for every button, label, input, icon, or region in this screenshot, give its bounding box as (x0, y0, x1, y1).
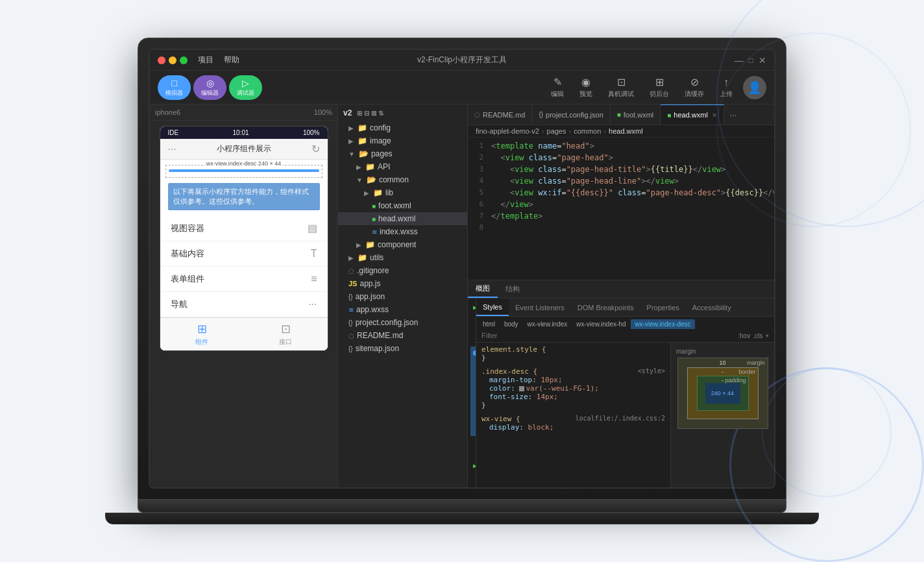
clear-cache-icon: ⊘ (690, 76, 699, 88)
tree-item-project-config[interactable]: {} project.config.json (338, 316, 467, 329)
action-clear-cache[interactable]: ⊘ 清缓存 (679, 73, 709, 101)
file-name-app-wxss: app.wxss (356, 305, 389, 314)
element-tab-wx-index-desc[interactable]: wx-view.index-desc (631, 319, 694, 329)
file-name-common: common (379, 175, 409, 184)
folder-icon-config: 📁 (358, 123, 367, 132)
tab-head-wxml[interactable]: ■ head.wxml ✕ (661, 104, 724, 125)
laptop-body: 项目 帮助 v2-FinClip小程序开发工具 — □ ✕ (138, 38, 786, 500)
code-editor[interactable]: 1 <template name="head"> 2 <view class="… (468, 138, 774, 280)
tree-item-app-wxss[interactable]: ≋ app.wxss (338, 303, 467, 316)
tree-item-image[interactable]: ▶ 📁 image (338, 134, 467, 147)
mode-editor[interactable]: ◎ 编辑器 (193, 75, 226, 100)
html-line-3[interactable]: ▶ <wx-view class="index-bd">_</wx-view> (470, 459, 476, 487)
toolbar-left: □ 模拟器 ◎ 编辑器 ▷ 调试器 (158, 75, 262, 100)
pseudo-cls[interactable]: .cls (753, 332, 762, 339)
debugger-icon: ▷ (242, 78, 249, 88)
tab-readme[interactable]: ◌ README.md (468, 104, 532, 125)
preview-panel: iphone6 100% IDE 10:01 100% ··· (150, 104, 338, 487)
tree-item-app-js[interactable]: JS app.js (338, 277, 467, 290)
tree-item-common[interactable]: ▼ 📂 common (338, 173, 467, 186)
tree-item-api[interactable]: ▶ 📁 API (338, 160, 467, 173)
pseudo-plus[interactable]: + (765, 332, 769, 339)
styles-content: element.style { } .index-desc { (476, 343, 774, 487)
arrow-common: ▼ (356, 177, 363, 184)
element-tab-html[interactable]: html (479, 319, 499, 329)
tree-item-foot-wxml[interactable]: ■ foot.wxml (338, 199, 467, 212)
close-button[interactable] (158, 56, 165, 64)
component-icon-nav: ··· (308, 299, 317, 310)
css-brace-1: } (481, 401, 486, 409)
styles-tab-props[interactable]: Properties (640, 299, 686, 316)
tree-item-lib[interactable]: ▶ 📁 lib (338, 186, 467, 199)
styles-tab-styles[interactable]: Styles (476, 299, 509, 316)
tab-label-project: project.config.json (546, 111, 603, 119)
editor-tabs: ◌ README.md {} project.config.json ■ foo… (468, 104, 774, 125)
tree-item-app-json[interactable]: {} app.json (338, 290, 467, 303)
element-tab-wx-index[interactable]: wx-view.index (524, 319, 572, 329)
element-tabs: html body wx-view.index wx-view.index-hd… (476, 317, 774, 329)
window-close-icon[interactable]: ✕ (759, 55, 766, 66)
filter-input[interactable] (481, 332, 738, 339)
component-row-content[interactable]: 基础内容 T (160, 241, 328, 267)
file-name-foot-wxml: foot.wxml (378, 201, 411, 210)
tree-item-utils[interactable]: ▶ 📁 utils (338, 251, 467, 264)
tab-overflow-menu[interactable]: ··· (724, 110, 742, 120)
mode-debugger[interactable]: ▷ 调试器 (229, 75, 262, 100)
window-restore-icon[interactable]: □ (749, 56, 753, 65)
menu-help[interactable]: 帮助 (224, 55, 239, 66)
menu-project[interactable]: 项目 (198, 55, 213, 66)
json-icon-project: {} (348, 319, 353, 326)
phone-highlight-element: wx-view.index-desc 240 × 44 (165, 165, 322, 178)
html-line-1[interactable]: <wx-view class="index-desc">以下将展示小程序官方组件… (470, 347, 476, 436)
nav-components[interactable]: ⊞ 组件 (160, 322, 244, 347)
nav-api[interactable]: ⊡ 接口 (244, 322, 328, 347)
title-bar: 项目 帮助 v2-FinClip小程序开发工具 — □ ✕ (150, 50, 774, 71)
pseudo-hov[interactable]: :hov (738, 332, 750, 339)
action-background[interactable]: ⊞ 切后台 (644, 73, 674, 101)
tab-project-config[interactable]: {} project.config.json (532, 104, 610, 125)
tree-item-pages[interactable]: ▼ 📂 pages (338, 147, 467, 160)
tree-item-readme[interactable]: ◌ README.md (338, 329, 467, 342)
styles-tab-events[interactable]: Event Listeners (509, 299, 571, 316)
mode-simulator[interactable]: □ 模拟器 (158, 75, 191, 100)
box-content: 240 × 44 (705, 383, 740, 404)
phone-frame: IDE 10:01 100% ··· 小程序组件展示 ↻ (160, 126, 328, 351)
html-line-0[interactable]: ▶ <wx-image class="index-logo" src="../r… (470, 301, 476, 347)
title-bar-left: 项目 帮助 (158, 55, 239, 66)
tab-structure[interactable]: 结构 (498, 280, 528, 298)
tree-item-head-wxml[interactable]: ■ head.wxml (338, 212, 467, 225)
simulator-icon: □ (171, 78, 176, 88)
code-line-1: 1 <template name="head"> (468, 140, 774, 152)
maximize-button[interactable] (180, 56, 188, 64)
css-line-color: color: var(--weui-FG-1); (481, 384, 599, 393)
user-avatar[interactable]: 👤 (743, 76, 766, 99)
tree-item-sitemap[interactable]: {} sitemap.json (338, 342, 467, 355)
element-tab-body[interactable]: body (500, 319, 522, 329)
component-row-form[interactable]: 表单组件 ≡ (160, 267, 328, 292)
simulator-label: 模拟器 (165, 89, 183, 97)
styles-tab-a11y[interactable]: Accessibility (686, 299, 738, 316)
debugger-label: 调试器 (237, 89, 254, 97)
component-row-nav[interactable]: 导航 ··· (160, 292, 328, 317)
tree-item-gitignore[interactable]: ◌ .gitignore (338, 264, 467, 277)
window-minimize-icon[interactable]: — (735, 55, 744, 66)
phone-title-bar: ··· 小程序组件展示 ↻ (160, 139, 328, 160)
tab-close-head[interactable]: ✕ (712, 112, 717, 119)
tree-item-component[interactable]: ▶ 📁 component (338, 238, 467, 251)
css-line-fontsize: font-size: 14px; (481, 393, 558, 401)
styles-tab-dom[interactable]: DOM Breakpoints (571, 299, 640, 316)
tree-item-index-wxss[interactable]: ≋ index.wxss (338, 225, 467, 238)
action-preview[interactable]: ◉ 预览 (574, 73, 598, 101)
action-edit[interactable]: ✎ 编辑 (546, 73, 569, 101)
component-row-view[interactable]: 视图容器 ▤ (160, 215, 328, 241)
element-tab-wx-index-hd[interactable]: wx-view.index-hd (572, 319, 629, 329)
html-line-2[interactable]: </wx-view> (470, 436, 476, 459)
action-device-debug[interactable]: ⊡ 真机调试 (603, 73, 639, 101)
tab-foot-wxml[interactable]: ■ foot.wxml (611, 104, 661, 125)
tab-overview[interactable]: 概图 (468, 280, 498, 298)
tree-item-config[interactable]: ▶ 📁 config (338, 121, 467, 134)
action-upload[interactable]: ↑ 上传 (714, 74, 738, 101)
bottom-panel-tabs: 概图 结构 (468, 280, 774, 299)
component-icon-form: ≡ (311, 273, 317, 285)
minimize-button[interactable] (169, 56, 176, 64)
